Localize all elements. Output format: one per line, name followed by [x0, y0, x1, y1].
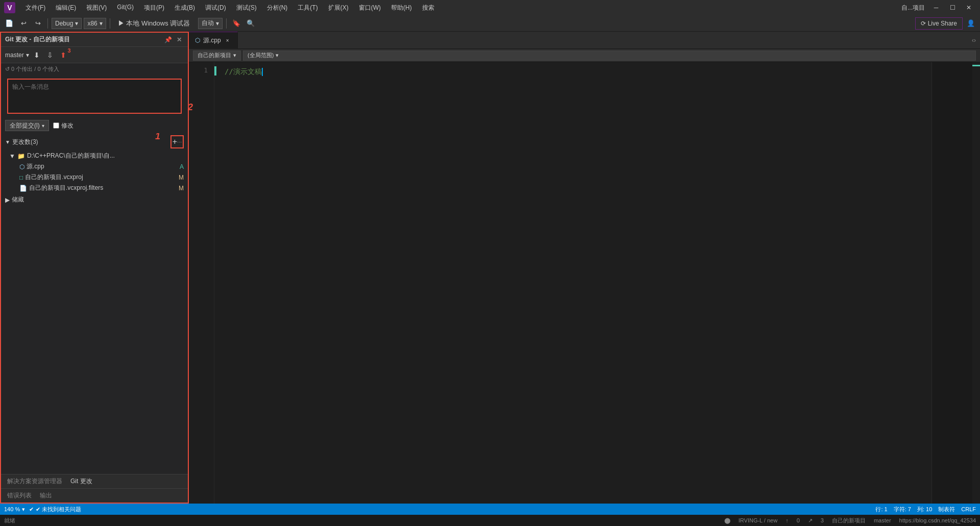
- overview-ruler: [972, 62, 980, 504]
- changes-actions: 1 + ···: [170, 135, 184, 148]
- menu-debug[interactable]: 调试(D): [201, 3, 230, 13]
- live-share-label: Live Share: [928, 20, 957, 27]
- run-mode-arrow: ▾: [216, 20, 219, 27]
- code-editor[interactable]: 1 //演示文稿: [189, 62, 980, 504]
- maximize-button[interactable]: ☐: [945, 2, 960, 13]
- toolbar: 📄 ↩ ↪ Debug ▾ x86 ▾ ▶ 本地 Windows 调试器 自动 …: [0, 15, 980, 32]
- menu-analyze[interactable]: 分析(N): [263, 3, 292, 13]
- char-info: 字符: 7: [894, 506, 911, 513]
- sync-info: ↺ 0 个传出 / 0 个传入: [1, 63, 188, 74]
- run-label: ▶ 本地 Windows 调试器: [118, 19, 190, 28]
- pull-button[interactable]: ⇩: [44, 49, 56, 61]
- git-changes-panel: Git 更改 - 自己的新项目 📌 ✕ master ▾ ⬇ ⇩ ⬆ 3 ↺ 0…: [0, 32, 189, 504]
- status-line-ending[interactable]: CRLF: [961, 506, 976, 513]
- scope-name: (全局范围): [248, 52, 274, 59]
- commit-all-label: 全部提交(l): [10, 121, 40, 130]
- tab-git-changes[interactable]: Git 更改: [68, 476, 94, 487]
- project-label: 自己的新项目: [832, 517, 866, 524]
- menu-test[interactable]: 测试(S): [232, 3, 261, 13]
- stage-all-button[interactable]: + ···: [170, 135, 184, 148]
- folder-row[interactable]: ▼ 📁 D:\C++PRAC\自己的新项目\自...: [5, 151, 188, 161]
- project-breadcrumb[interactable]: 自己的新项目 ▾: [193, 51, 241, 61]
- tab-solution-explorer[interactable]: 解决方案资源管理器: [5, 476, 64, 487]
- menu-git[interactable]: Git(G): [113, 3, 138, 13]
- toolbar-btn-2[interactable]: 🔍: [244, 17, 257, 30]
- menu-extensions[interactable]: 扩展(X): [324, 3, 353, 13]
- menu-window[interactable]: 窗口(W): [355, 3, 385, 13]
- menu-edit[interactable]: 编辑(E): [52, 3, 80, 13]
- fetch-button[interactable]: ⬇: [31, 49, 42, 61]
- status-bar-right: 行: 1 字符: 7 列: 10 制表符 CRLF: [875, 506, 976, 513]
- close-button[interactable]: ✕: [962, 2, 976, 13]
- tab-error-list[interactable]: 错误列表: [5, 490, 34, 501]
- folder-collapse-icon: ▼: [9, 153, 15, 160]
- status-col[interactable]: 列: 10: [917, 506, 932, 513]
- debug-config-dropdown[interactable]: Debug ▾: [52, 18, 82, 29]
- menu-file[interactable]: 文件(F): [21, 3, 50, 13]
- commit-all-button[interactable]: 全部提交(l) ▾: [5, 120, 49, 131]
- file-item-0[interactable]: ⬡ 源.cpp A: [5, 161, 188, 172]
- commit-message-input[interactable]: [12, 83, 177, 108]
- file-status-0: A: [180, 163, 184, 170]
- status-char[interactable]: 字符: 7: [894, 506, 911, 513]
- panel-pin-button[interactable]: 📌: [163, 35, 173, 44]
- plus-icon: +: [173, 137, 177, 146]
- menu-help[interactable]: 帮助(H): [387, 3, 416, 13]
- editor-tab-source[interactable]: ⬡ 源.cpp ×: [189, 32, 238, 49]
- menu-search[interactable]: 搜索: [418, 3, 438, 13]
- menu-bar: 文件(F) 编辑(E) 视图(V) Git(G) 项目(P) 生成(B) 调试(…: [21, 3, 438, 13]
- toolbar-redo[interactable]: ↪: [32, 17, 44, 30]
- code-content[interactable]: //演示文稿: [216, 62, 932, 504]
- run-mode-dropdown[interactable]: 自动 ▾: [198, 18, 223, 29]
- push-button[interactable]: ⬆ 3: [58, 49, 69, 61]
- code-text: //演示文稿: [225, 67, 263, 77]
- platform-label: x86: [87, 20, 97, 27]
- tab-output[interactable]: 输出: [38, 490, 54, 501]
- repo-label: IRVING-L / new: [739, 517, 777, 523]
- platform-dropdown[interactable]: x86 ▾: [84, 18, 106, 29]
- debug-config-arrow: ▾: [75, 20, 78, 27]
- toolbar-sep-2: [110, 18, 110, 29]
- run-button[interactable]: ▶ 本地 Windows 调试器: [114, 17, 194, 30]
- status-zoom[interactable]: 140 % ▾: [4, 506, 25, 513]
- account-button[interactable]: 👤: [965, 17, 977, 30]
- menu-tools[interactable]: 工具(T): [293, 3, 322, 13]
- minimize-button[interactable]: ─: [929, 2, 943, 13]
- panel-close-button[interactable]: ✕: [175, 35, 184, 44]
- modify-checkbox-input[interactable]: [53, 122, 59, 129]
- branch-dropdown-arrow[interactable]: ▾: [26, 52, 29, 59]
- status-problems[interactable]: ✔ ✔ 未找到相关问题: [29, 506, 81, 513]
- menu-project[interactable]: 项目(P): [140, 3, 168, 13]
- changes-header[interactable]: ▼ 更改数(3) 1 + ···: [1, 133, 188, 151]
- menu-build[interactable]: 生成(B): [170, 3, 199, 13]
- status-encoding[interactable]: 制表符: [938, 506, 955, 513]
- toolbar-new-file[interactable]: 📄: [3, 17, 15, 30]
- file-item-1[interactable]: □ 自己的新项目.vcxproj M: [5, 172, 188, 183]
- tab-close-icon[interactable]: ×: [224, 37, 231, 44]
- bottom-area: 140 % ▾ ✔ ✔ 未找到相关问题 行: 1 字符: 7 列: 10 制表符…: [0, 504, 980, 526]
- bottom-status-label: 就绪: [4, 517, 15, 524]
- live-share-button[interactable]: ⟳ Live Share: [915, 17, 963, 30]
- debug-config-label: Debug: [55, 20, 73, 27]
- menu-view[interactable]: 视图(V): [82, 3, 111, 13]
- toolbar-btn-1[interactable]: 🔖: [230, 17, 242, 30]
- file-name-1: 自己的新项目.vcxproj: [25, 173, 83, 182]
- toolbar-sep-3: [226, 18, 227, 29]
- scope-breadcrumb[interactable]: (全局范围) ▾: [243, 51, 976, 61]
- toolbar-undo[interactable]: ↩: [17, 17, 30, 30]
- commit-row: 全部提交(l) ▾ 修改: [1, 118, 188, 133]
- modify-checkbox-label[interactable]: 修改: [53, 121, 74, 130]
- zoom-label: 140 %: [4, 506, 20, 512]
- editor-tabs-right: ‹ ›: [972, 37, 980, 44]
- file-icon-1: □: [19, 174, 23, 181]
- status-line[interactable]: 行: 1: [875, 506, 887, 513]
- changes-collapse-icon: ▼: [5, 139, 10, 145]
- pr-count: 3: [821, 517, 824, 523]
- branch-label-bottom: master: [874, 517, 891, 523]
- storage-section[interactable]: ▶ 储藏: [1, 193, 188, 206]
- branch-controls: ⬇ ⇩ ⬆ 3: [31, 49, 69, 61]
- panel-header-controls: 📌 ✕: [163, 35, 184, 44]
- commit-area: [7, 79, 182, 114]
- file-item-2[interactable]: 📄 自己的新项目.vcxproj.filters M: [5, 183, 188, 193]
- tab-scroll-right[interactable]: ›: [974, 37, 976, 44]
